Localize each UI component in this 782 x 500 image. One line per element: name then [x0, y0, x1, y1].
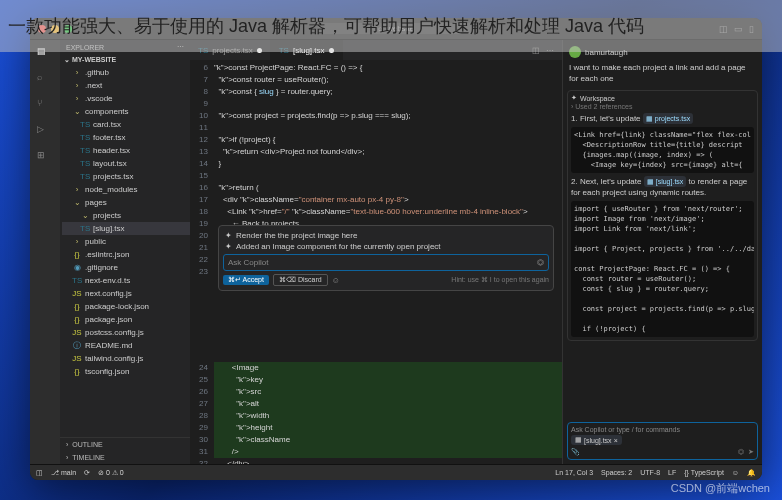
line-gutter: 6789101112131415161718192021222324252627…	[190, 60, 214, 464]
code-editor[interactable]: 6789101112131415161718192021222324252627…	[190, 60, 562, 464]
workspace-response: ✦Workspace › Used 2 references 1. First,…	[567, 90, 758, 341]
tree-item[interactable]: TSfooter.tsx	[62, 131, 190, 144]
status-item[interactable]: ◫	[36, 469, 43, 477]
status-item[interactable]: ☺	[732, 469, 739, 477]
file-tree: ›.github›.next›.vscode⌄componentsTScard.…	[60, 66, 190, 437]
tree-item[interactable]: ◉.gitignore	[62, 261, 190, 274]
copilot-hint: Hint: use ⌘ I to open this again	[451, 276, 549, 284]
context-chip[interactable]: ▦ [slug].tsx ×	[571, 435, 622, 445]
chat-input[interactable]: Ask Copilot or type / for commands ▦ [sl…	[567, 422, 758, 460]
tree-item[interactable]: TSnext-env.d.ts	[62, 274, 190, 287]
status-item[interactable]: 🔔	[747, 469, 756, 477]
tree-item[interactable]: ⌄pages	[62, 196, 190, 209]
discard-button[interactable]: ⌘⌫ Discard	[273, 274, 328, 286]
tree-item[interactable]: ›.next	[62, 79, 190, 92]
status-item[interactable]: LF	[668, 469, 676, 477]
mic-icon[interactable]: ⏣	[738, 448, 744, 456]
status-bar: ◫⎇ main⟳⊘ 0 ⚠ 0 Ln 17, Col 3Spaces: 2UTF…	[30, 464, 762, 480]
feedback-icon[interactable]: ☺	[332, 276, 340, 285]
copilot-input[interactable]: Ask Copilot⏣	[223, 254, 549, 271]
send-icon[interactable]: ➤	[748, 448, 754, 456]
tree-item[interactable]: {}tsconfig.json	[62, 365, 190, 378]
source-control-icon[interactable]: ⑂	[37, 98, 53, 114]
accept-button[interactable]: ⌘↵ Accept	[223, 275, 269, 285]
vscode-window: ⌕ website ◫ ▭ ▯ ▤ ⌕ ⑂ ▷ ⊞ EXPLORER ⋯ ⌄ M…	[30, 18, 762, 480]
sparkle-icon: ✦	[225, 231, 232, 240]
sparkle-icon: ✦	[571, 94, 577, 102]
tree-item[interactable]: ⌄projects	[62, 209, 190, 222]
tree-item[interactable]: {}.eslintrc.json	[62, 248, 190, 261]
file-pill[interactable]: ▦ [slug].tsx	[644, 176, 687, 187]
tree-item[interactable]: ›.github	[62, 66, 190, 79]
user-message: I want to make each project a link and a…	[567, 60, 758, 86]
step-2: 2. Next, let's update ▦ [slug].tsx to re…	[571, 176, 754, 198]
tree-item[interactable]: TSprojects.tsx	[62, 170, 190, 183]
extensions-icon[interactable]: ⊞	[37, 150, 53, 166]
tree-item[interactable]: JSpostcss.config.js	[62, 326, 190, 339]
status-item[interactable]: ⊘ 0 ⚠ 0	[98, 469, 124, 477]
tree-item[interactable]: TSheader.tsx	[62, 144, 190, 157]
status-item[interactable]: UTF-8	[640, 469, 660, 477]
sparkle-icon: ✦	[225, 242, 232, 251]
overlay-banner: 一款功能强大、易于使用的 Java 解析器，可帮助用户快速解析和处理 Java …	[0, 0, 782, 52]
tree-item[interactable]: JStailwind.config.js	[62, 352, 190, 365]
step-1: 1. First, let's update ▦ projects.tsx	[571, 113, 754, 124]
copilot-inline: ✦Render the the project image here ✦Adde…	[218, 225, 554, 291]
tree-item[interactable]: ›public	[62, 235, 190, 248]
timeline-section[interactable]: › TIMELINE	[60, 451, 190, 464]
status-item[interactable]: ⟳	[84, 469, 90, 477]
tree-item[interactable]: JSnext.config.js	[62, 287, 190, 300]
code-block-1: <Link href={link} className="flex flex-c…	[571, 127, 754, 173]
copilot-status: Added an Image component for the current…	[236, 242, 441, 251]
status-item[interactable]: {} TypeScript	[684, 469, 724, 477]
attach-icon[interactable]: 📎	[571, 448, 580, 456]
tree-item[interactable]: ›.vscode	[62, 92, 190, 105]
project-root[interactable]: ⌄ MY-WEBSITE	[60, 54, 190, 66]
chat-placeholder: Ask Copilot or type / for commands	[571, 426, 754, 433]
status-item[interactable]: ⎇ main	[51, 469, 76, 477]
chat-panel: bamurtaugh I want to make each project a…	[562, 40, 762, 464]
mic-icon[interactable]: ⏣	[537, 258, 544, 267]
code-block-2: import { useRouter } from 'next/router';…	[571, 201, 754, 337]
tree-item[interactable]: {}package.json	[62, 313, 190, 326]
tree-item[interactable]: ›node_modules	[62, 183, 190, 196]
file-pill[interactable]: ▦ projects.tsx	[643, 113, 693, 124]
tree-item[interactable]: {}package-lock.json	[62, 300, 190, 313]
tree-item[interactable]: ⌄components	[62, 105, 190, 118]
watermark: CSDN @前端wchen	[671, 481, 770, 496]
status-item[interactable]: Spaces: 2	[601, 469, 632, 477]
sidebar: EXPLORER ⋯ ⌄ MY-WEBSITE ›.github›.next›.…	[60, 40, 190, 464]
editor-group: TSprojects.tsxTS[slug].tsx◫⋯ 67891011121…	[190, 40, 562, 464]
search-icon[interactable]: ⌕	[37, 72, 53, 88]
tree-item[interactable]: TSlayout.tsx	[62, 157, 190, 170]
outline-section[interactable]: › OUTLINE	[60, 438, 190, 451]
references[interactable]: › Used 2 references	[571, 103, 754, 110]
debug-icon[interactable]: ▷	[37, 124, 53, 140]
copilot-prompt: Render the the project image here	[236, 231, 357, 240]
tree-item[interactable]: TScard.tsx	[62, 118, 190, 131]
status-item[interactable]: Ln 17, Col 3	[555, 469, 593, 477]
tree-item[interactable]: TS[slug].tsx	[62, 222, 190, 235]
activity-bar: ▤ ⌕ ⑂ ▷ ⊞	[30, 40, 60, 464]
tree-item[interactable]: ⓘREADME.md	[62, 339, 190, 352]
